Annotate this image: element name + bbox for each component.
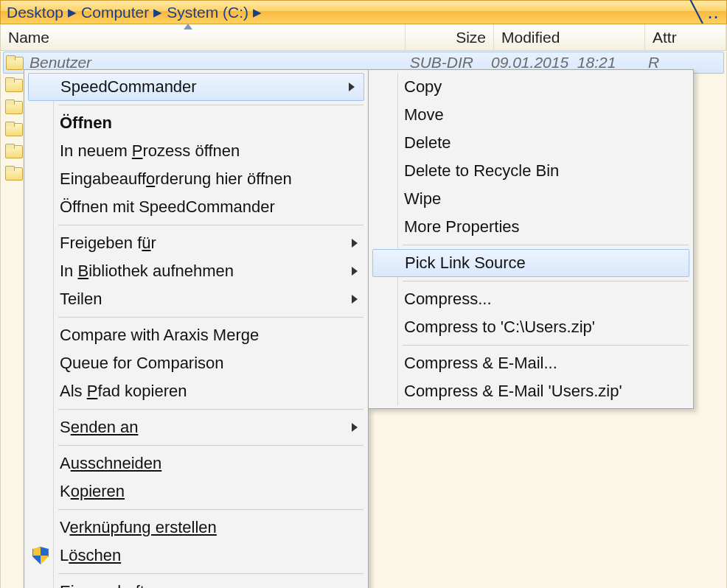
menu-item-label: Eingabeaufforderung hier öffnen bbox=[60, 169, 292, 189]
breadcrumb-bar: Desktop ▶ Computer ▶ System (C:) ▶ ╲ ‥ bbox=[0, 0, 727, 24]
menu-item[interactable]: Senden an bbox=[26, 413, 366, 441]
menu-item-label: Wipe bbox=[404, 189, 441, 209]
chevron-right-icon[interactable]: ▶ bbox=[250, 6, 265, 19]
menu-item[interactable]: Löschen bbox=[26, 542, 366, 570]
menu-item-label: Compress... bbox=[404, 290, 492, 309]
menu-item-label: Delete to Recycle Bin bbox=[404, 161, 559, 181]
menu-item-label: Compress to 'C:\Users.zip' bbox=[404, 318, 595, 337]
menu-item[interactable]: Move bbox=[370, 101, 692, 129]
up-slash-icon[interactable]: ╲ bbox=[690, 0, 707, 24]
menu-separator bbox=[58, 105, 364, 105]
menu-item[interactable]: SpeedCommander bbox=[28, 73, 364, 101]
menu-item-label: Compare with Araxis Merge bbox=[60, 326, 259, 345]
column-name[interactable]: Name bbox=[1, 24, 406, 50]
breadcrumb-crumb[interactable]: Computer bbox=[80, 4, 150, 21]
menu-separator bbox=[403, 345, 689, 346]
menu-item-label: Compress & E-Mail... bbox=[404, 354, 557, 373]
menu-item[interactable]: Compare with Araxis Merge bbox=[26, 321, 366, 349]
menu-item[interactable]: Teilen bbox=[26, 285, 366, 313]
menu-item-label: Öffnen bbox=[60, 113, 112, 133]
menu-item-label: Queue for Comparison bbox=[60, 354, 224, 373]
column-size[interactable]: Size bbox=[406, 24, 494, 50]
menu-item-label: Move bbox=[404, 105, 444, 125]
menu-item-label: More Properties bbox=[404, 217, 520, 237]
menu-item-label: Als Pfad kopieren bbox=[60, 382, 187, 401]
menu-item[interactable]: Delete to Recycle Bin bbox=[370, 157, 692, 185]
menu-item-label: Löschen bbox=[60, 546, 121, 565]
menu-separator bbox=[58, 409, 364, 410]
menu-item-label: In Bibliothek aufnehmen bbox=[60, 262, 234, 281]
folder-icon bbox=[6, 55, 24, 70]
menu-item[interactable]: Eingabeaufforderung hier öffnen bbox=[26, 165, 366, 193]
menu-item[interactable]: In Bibliothek aufnehmen bbox=[26, 257, 366, 285]
menu-item-label: Freigeben für bbox=[60, 234, 156, 253]
shield-icon bbox=[32, 547, 49, 564]
menu-item[interactable]: Delete bbox=[370, 129, 692, 157]
column-attr[interactable]: Attr bbox=[645, 24, 726, 50]
menu-item-label: Öffnen mit SpeedCommander bbox=[60, 197, 275, 217]
menu-item-label: Teilen bbox=[60, 290, 102, 309]
folder-icon bbox=[5, 99, 23, 114]
menu-item[interactable]: Als Pfad kopieren bbox=[26, 377, 366, 405]
menu-item[interactable]: Compress to 'C:\Users.zip' bbox=[370, 313, 692, 341]
menu-item-label: SpeedCommander bbox=[60, 77, 197, 97]
sort-asc-icon bbox=[184, 24, 192, 29]
folder-icon bbox=[5, 122, 23, 136]
menu-item-label: In neuem Prozess öffnen bbox=[60, 141, 240, 161]
menu-separator bbox=[58, 445, 364, 446]
breadcrumb-crumb[interactable]: System (C:) bbox=[165, 4, 250, 21]
menu-item-label: Compress & E-Mail 'Users.zip' bbox=[404, 382, 622, 401]
menu-item-label: Pick Link Source bbox=[405, 253, 526, 273]
menu-item-label: Eigenschaften bbox=[60, 582, 162, 588]
folder-icon bbox=[5, 166, 23, 181]
menu-item[interactable]: Verknüpfung erstellen bbox=[26, 514, 366, 542]
menu-item[interactable]: Compress... bbox=[370, 285, 692, 313]
menu-item[interactable]: Wipe bbox=[370, 185, 692, 213]
menu-item[interactable]: Kopieren bbox=[26, 477, 366, 505]
menu-separator bbox=[403, 245, 689, 245]
menu-item[interactable]: Öffnen bbox=[26, 109, 366, 137]
chevron-right-icon[interactable]: ▶ bbox=[150, 6, 165, 19]
menu-item[interactable]: Compress & E-Mail 'Users.zip' bbox=[370, 377, 692, 405]
menu-item-label: Ausschneiden bbox=[60, 454, 161, 473]
column-modified[interactable]: Modified bbox=[494, 24, 645, 50]
menu-separator bbox=[58, 509, 364, 510]
breadcrumb-crumb[interactable]: Desktop bbox=[5, 4, 65, 21]
menu-separator bbox=[403, 281, 689, 281]
menu-separator bbox=[58, 317, 364, 318]
menu-item[interactable]: Öffnen mit SpeedCommander bbox=[26, 193, 366, 221]
folder-icon bbox=[5, 77, 23, 92]
menu-item[interactable]: Ausschneiden bbox=[26, 449, 366, 477]
menu-item[interactable]: Freigeben für bbox=[26, 229, 366, 257]
chevron-right-icon[interactable]: ▶ bbox=[65, 6, 80, 19]
menu-item[interactable]: Pick Link Source bbox=[372, 249, 689, 277]
context-submenu: CopyMoveDeleteDelete to Recycle BinWipeM… bbox=[368, 69, 694, 409]
menu-item[interactable]: Copy bbox=[370, 73, 692, 101]
overflow-icon[interactable]: ‥ bbox=[707, 2, 722, 23]
menu-item[interactable]: Compress & E-Mail... bbox=[370, 349, 692, 377]
menu-item-label: Copy bbox=[404, 77, 442, 97]
menu-item-label: Delete bbox=[404, 133, 451, 153]
menu-item[interactable]: Eigenschaften bbox=[26, 578, 366, 588]
menu-item[interactable]: In neuem Prozess öffnen bbox=[26, 137, 366, 165]
column-header: Name Size Modified Attr bbox=[0, 24, 727, 51]
menu-item-label: Senden an bbox=[60, 418, 138, 437]
menu-item[interactable]: Queue for Comparison bbox=[26, 349, 366, 377]
menu-separator bbox=[58, 573, 364, 574]
menu-item-label: Kopieren bbox=[60, 482, 125, 501]
menu-item-label: Verknüpfung erstellen bbox=[60, 518, 217, 537]
folder-icon bbox=[5, 144, 23, 158]
menu-separator bbox=[58, 225, 364, 225]
context-menu: SpeedCommanderÖffnenIn neuem Prozess öff… bbox=[24, 69, 369, 588]
menu-item[interactable]: More Properties bbox=[370, 213, 692, 241]
